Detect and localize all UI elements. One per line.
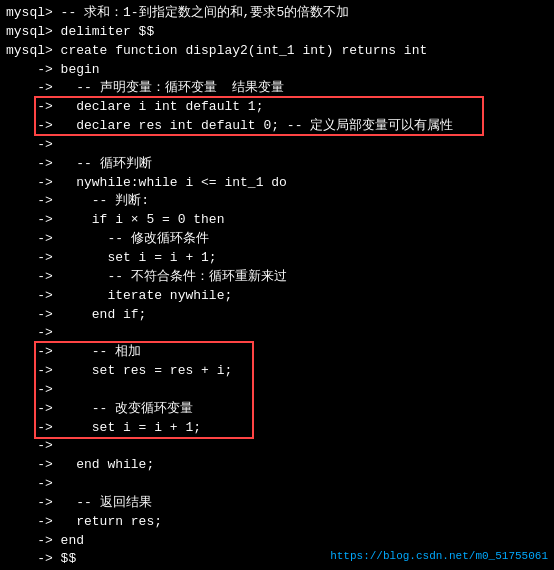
prompt: -> (6, 306, 61, 325)
terminal-line: -> -- 改变循环变量 (6, 400, 548, 419)
terminal-line: -> (6, 324, 548, 343)
prompt: -> (6, 362, 61, 381)
prompt: -> (6, 437, 61, 456)
terminal-line: -> set i = i + 1; (6, 419, 548, 438)
code-text: end while; (61, 456, 155, 475)
terminal-line: -> (6, 437, 548, 456)
prompt: -> (6, 550, 61, 569)
terminal-line: -> set res = res + i; (6, 362, 548, 381)
terminal-line: mysql> create function display2(int_1 in… (6, 42, 548, 61)
code-text: nywhile:while i <= int_1 do (61, 174, 287, 193)
terminal-window: mysql> -- 求和：1-到指定数之间的和,要求5的倍数不加mysql> d… (0, 0, 554, 570)
prompt: mysql> (6, 23, 61, 42)
prompt: -> (6, 343, 61, 362)
code-text: set i = i + 1; (61, 419, 201, 438)
terminal-line: -> -- 循环判断 (6, 155, 548, 174)
prompt: -> (6, 287, 61, 306)
prompt: -> (6, 192, 61, 211)
prompt: -> (6, 513, 61, 532)
terminal-line: mysql> -- 求和：1-到指定数之间的和,要求5的倍数不加 (6, 4, 548, 23)
code-text: create function display2(int_1 int) retu… (61, 42, 428, 61)
watermark: https://blog.csdn.net/m0_51755061 (330, 550, 548, 562)
prompt: -> (6, 381, 61, 400)
code-text: -- 循环判断 (61, 155, 152, 174)
code-text: -- 声明变量：循环变量 结果变量 (61, 79, 285, 98)
code-text: end (61, 532, 84, 551)
code-text: if i × 5 = 0 then (61, 211, 225, 230)
terminal-line: -> if i × 5 = 0 then (6, 211, 548, 230)
prompt: -> (6, 268, 61, 287)
code-text: return res; (61, 513, 162, 532)
code-text: -- 不符合条件：循环重新来过 (61, 268, 287, 287)
prompt: -> (6, 249, 61, 268)
terminal-line: -> (6, 136, 548, 155)
terminal-line: -> -- 声明变量：循环变量 结果变量 (6, 79, 548, 98)
prompt: mysql> (6, 42, 61, 61)
terminal-line: -> (6, 381, 548, 400)
code-text: -- 修改循环条件 (61, 230, 209, 249)
prompt: -> (6, 419, 61, 438)
prompt: -> (6, 400, 61, 419)
terminal-line: -> end if; (6, 306, 548, 325)
code-text: iterate nywhile; (61, 287, 233, 306)
code-text: set i = i + 1; (61, 249, 217, 268)
prompt: -> (6, 475, 61, 494)
prompt: -> (6, 456, 61, 475)
terminal-line: mysql> delimiter $$ (6, 23, 548, 42)
terminal-line: -> declare i int default 1; (6, 98, 548, 117)
prompt: -> (6, 230, 61, 249)
code-text: -- 相加 (61, 343, 142, 362)
code-text: declare i int default 1; (61, 98, 264, 117)
terminal-line: -> -- 不符合条件：循环重新来过 (6, 268, 548, 287)
code-text: -- 改变循环变量 (61, 400, 194, 419)
prompt: -> (6, 98, 61, 117)
code-text: delimiter $$ (61, 23, 155, 42)
prompt: -> (6, 155, 61, 174)
terminal-line: -> -- 修改循环条件 (6, 230, 548, 249)
terminal-line: -> return res; (6, 513, 548, 532)
code-text: -- 判断: (61, 192, 149, 211)
terminal-line: -> set i = i + 1; (6, 249, 548, 268)
prompt: -> (6, 324, 61, 343)
prompt: -> (6, 174, 61, 193)
prompt: -> (6, 532, 61, 551)
terminal-line: -> -- 相加 (6, 343, 548, 362)
terminal-line: -> -- 返回结果 (6, 494, 548, 513)
code-text: $$ (61, 550, 77, 569)
terminal-line: -> (6, 475, 548, 494)
code-text: -- 求和：1-到指定数之间的和,要求5的倍数不加 (61, 4, 350, 23)
code-text: declare res int default 0; -- 定义局部变量可以有属… (61, 117, 454, 136)
terminal-line: -> end (6, 532, 548, 551)
prompt: -> (6, 136, 61, 155)
terminal-line: -> iterate nywhile; (6, 287, 548, 306)
prompt: mysql> (6, 4, 61, 23)
code-text: begin (61, 61, 100, 80)
prompt: -> (6, 61, 61, 80)
code-text: -- 返回结果 (61, 494, 152, 513)
terminal-line: -> begin (6, 61, 548, 80)
terminal-line: -> -- 判断: (6, 192, 548, 211)
prompt: -> (6, 117, 61, 136)
prompt: -> (6, 79, 61, 98)
code-text: end if; (61, 306, 147, 325)
prompt: -> (6, 494, 61, 513)
terminal-line: -> end while; (6, 456, 548, 475)
terminal-line: -> nywhile:while i <= int_1 do (6, 174, 548, 193)
terminal-line: -> declare res int default 0; -- 定义局部变量可… (6, 117, 548, 136)
code-text: set res = res + i; (61, 362, 233, 381)
prompt: -> (6, 211, 61, 230)
